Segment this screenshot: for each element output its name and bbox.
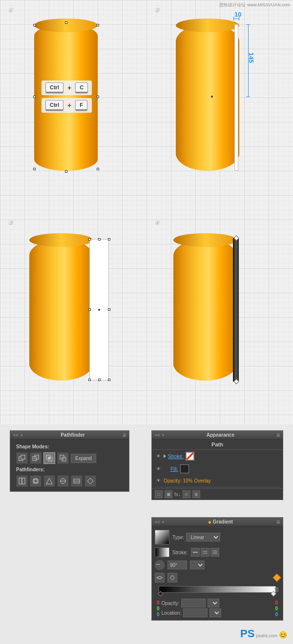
white-strip-2	[234, 24, 238, 171]
handle-mr	[97, 96, 99, 98]
stroke-swatch[interactable]	[186, 452, 194, 461]
handle-br	[97, 168, 99, 170]
pathfinder-panel: << × Pathfinder ≡ Shape Modes: Expand Pa…	[10, 430, 129, 492]
exclude-btn[interactable]	[57, 452, 69, 464]
app-icon-3[interactable]: ⊙	[183, 490, 190, 498]
cylinder-3	[29, 239, 93, 381]
step1-number: ①	[8, 7, 13, 14]
appearance-bottom-icons: □ ▣ fx↓ ⊙ 🗑	[152, 488, 283, 500]
opacity-input[interactable]	[181, 599, 206, 607]
ps-logo: PS	[240, 627, 254, 640]
appearance-menu[interactable]: ≡	[276, 432, 280, 439]
angle-input[interactable]	[167, 561, 187, 569]
delete-stop-btn[interactable]: 🗑	[274, 586, 280, 593]
svg-marker-18	[87, 478, 93, 484]
minus-front-btn[interactable]	[30, 452, 42, 464]
type-select[interactable]: Linear Radial	[186, 533, 220, 542]
fill-swatch[interactable]	[180, 464, 189, 473]
angle-select[interactable]	[190, 561, 205, 569]
s3-handle-ml	[88, 308, 91, 311]
pathfinder-content: Shape Modes: Expand Pathfinders:	[10, 440, 129, 491]
gradient-menu[interactable]: ≡	[276, 519, 280, 525]
appearance-title-bar: << × Appearance ≡	[152, 431, 283, 440]
path-title: Path	[152, 440, 283, 450]
stroke-eye[interactable]: 👁	[155, 453, 162, 460]
gradient-bar[interactable]	[159, 586, 276, 593]
stroke-pat-1[interactable]	[191, 548, 200, 557]
cylinder-2	[176, 24, 239, 171]
s3-handle-tl	[88, 238, 91, 241]
fx-btn[interactable]: fx↓	[174, 492, 181, 497]
gradient-collapse[interactable]: <<	[155, 520, 160, 524]
diamond-top	[233, 235, 239, 241]
svg-rect-10	[22, 478, 25, 484]
intersect-btn[interactable]	[43, 452, 55, 464]
pf-btn-1[interactable]	[16, 475, 28, 487]
appearance-collapse[interactable]: <<	[155, 433, 160, 438]
center-dot-2	[211, 96, 213, 98]
opacity-field-label: Opacity:	[162, 601, 180, 606]
opacity-row: 👁 Opacity: 10% Overlay	[152, 475, 283, 486]
s3-handle-bc	[98, 379, 101, 381]
app-icon-1[interactable]: □	[155, 490, 163, 498]
app-icon-4[interactable]: 🗑	[192, 490, 200, 498]
appearance-panel: << × Appearance ≡ Path 👁 Stroke: 👁 Fill:…	[151, 430, 283, 500]
fill-row: 👁 Fill:	[152, 463, 283, 475]
canvas-area: 思绘设计论坛 www.MISSVUAN.com ① Ctrl + C Ctrl …	[0, 0, 293, 424]
gradient-stop-indicator	[273, 574, 281, 582]
gradient-bar-wrapper: 🗑	[157, 586, 278, 596]
pf-btn-4[interactable]	[57, 475, 69, 487]
black-bar-4	[233, 238, 239, 382]
unite-btn[interactable]	[16, 452, 28, 464]
watermark: 思绘设计论坛 www.MISSVUAN.com	[219, 2, 290, 8]
pathfinders-row	[13, 474, 126, 488]
fill-eye[interactable]: 👁	[155, 465, 162, 472]
handle-tc	[65, 21, 67, 24]
stroke-pat-3[interactable]	[210, 548, 219, 557]
appearance-close[interactable]: ×	[162, 433, 165, 438]
pf-btn-6[interactable]	[84, 475, 96, 487]
ps-site: psahz.com	[256, 633, 277, 638]
stroke-triangle[interactable]	[164, 454, 166, 458]
pathfinder-title: Pathfinder	[61, 432, 84, 438]
pf-btn-3[interactable]	[43, 475, 55, 487]
pathfinder-title-bar: << × Pathfinder ≡	[10, 431, 129, 440]
pf-btn-2[interactable]	[30, 475, 42, 487]
fill-label[interactable]: Fill:	[170, 466, 178, 472]
white-strip-3	[89, 239, 109, 381]
handle-bc	[65, 170, 67, 173]
location-label: Location:	[162, 610, 182, 616]
handle-bl	[33, 168, 36, 170]
pathfinders-label: Pathfinders:	[13, 465, 126, 474]
opacity-unit-select[interactable]	[208, 599, 219, 607]
gradient-bar-container: 🗑	[154, 584, 281, 598]
svg-marker-13	[46, 478, 52, 484]
app-icon-2[interactable]: ▣	[165, 490, 172, 498]
gradient-stroke-row: Stroke:	[154, 546, 281, 559]
opacity-eye[interactable]: 👁	[155, 477, 162, 484]
svg-rect-9	[19, 478, 22, 484]
pathfinder-menu-icon[interactable]: ≡	[123, 432, 126, 439]
stroke-label[interactable]: Stroke:	[168, 454, 184, 459]
stroke-pat-2[interactable]	[201, 548, 209, 557]
keyboard-shortcuts: Ctrl + C Ctrl + F	[42, 80, 92, 113]
pathfinder-collapse-icon[interactable]: <<	[13, 433, 19, 438]
expand-button[interactable]: Expand	[71, 454, 96, 463]
gradient-close[interactable]: ×	[162, 520, 165, 524]
gradient-options-row	[154, 571, 281, 584]
pf-btn-5[interactable]	[71, 475, 83, 487]
gradient-angle-row	[154, 559, 281, 571]
ps-logo-area: PS psahz.com 😊	[240, 627, 287, 640]
color-values-row: 0 0 0 Opacity: Location: 0	[154, 598, 281, 618]
s3-handle-tc	[98, 238, 101, 241]
right-r-value: 0	[275, 600, 278, 605]
c-key: C	[75, 82, 88, 93]
gradient-title: Gradient	[213, 519, 233, 524]
center-dot-3	[98, 309, 100, 311]
gradient-type-row: Type: Linear Radial	[154, 528, 281, 546]
gradient-options-btn[interactable]	[167, 573, 177, 583]
reverse-btn[interactable]	[155, 573, 165, 583]
pathfinder-expand-icon[interactable]: ×	[21, 433, 23, 438]
location-unit-select[interactable]	[209, 608, 221, 617]
location-input[interactable]	[183, 608, 208, 617]
